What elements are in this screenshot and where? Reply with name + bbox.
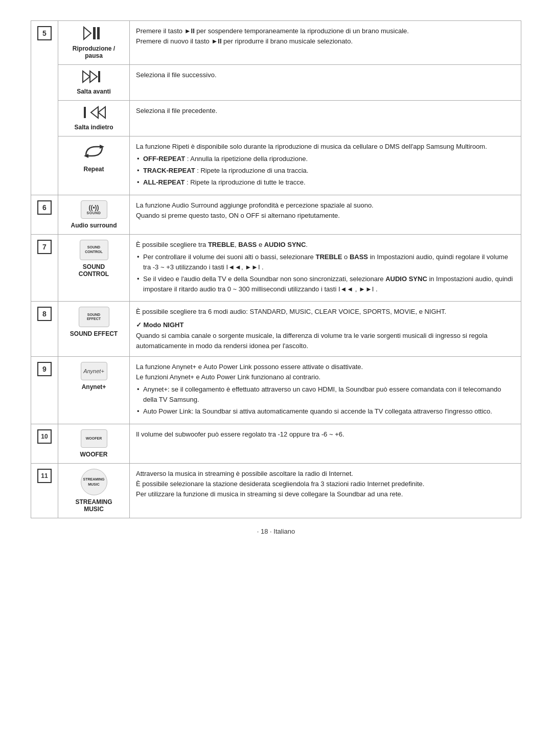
svg-marker-7 xyxy=(98,107,105,118)
play-pause-icon xyxy=(82,26,106,40)
footer: · 18 · Italiano xyxy=(31,528,521,535)
icon-cell-audio-surround: ((•)) SOUND Audio surround xyxy=(58,195,130,234)
audio-surround-label: Audio surround xyxy=(64,222,123,229)
svg-rect-5 xyxy=(98,71,100,82)
row-number-8: 8 xyxy=(31,302,58,357)
sound-effect-label: SOUND EFFECT xyxy=(64,330,123,337)
table-row: Salta avanti Seleziona il file successiv… xyxy=(31,65,521,101)
desc-audio-surround: La funzione Audio Surround aggiunge prof… xyxy=(130,195,521,234)
audio-surround-button: ((•)) SOUND xyxy=(81,200,107,219)
play-pause-label: Riproduzione /pausa xyxy=(64,45,123,59)
row-number-11: 11 xyxy=(31,463,58,518)
anynet-button: Anynet+ xyxy=(81,362,107,380)
desc-anynet: La funzione Anynet+ e Auto Power Link po… xyxy=(130,356,521,424)
icon-cell-skip-back: Salta indietro xyxy=(58,101,130,136)
svg-rect-2 xyxy=(97,27,100,39)
row-number-7: 7 xyxy=(31,234,58,302)
svg-marker-4 xyxy=(90,71,97,82)
table-row: 6 ((•)) SOUND Audio surround La funzione… xyxy=(31,195,521,234)
streaming-button: STREAMINGMUSIC xyxy=(81,469,107,495)
main-table: 5 Riproduzione /pausa Premere il tasto ►… xyxy=(31,20,521,518)
desc-play-pause: Premere il tasto ►II per sospendere temp… xyxy=(130,21,521,65)
repeat-label: Repeat xyxy=(64,166,123,173)
icon-cell-repeat: Repeat xyxy=(58,136,130,195)
table-row: 5 Riproduzione /pausa Premere il tasto ►… xyxy=(31,21,521,65)
desc-streaming: Attraverso la musica in streaming è poss… xyxy=(130,463,521,518)
svg-rect-1 xyxy=(93,27,96,39)
icon-cell-woofer: WOOFER WOOFER xyxy=(58,424,130,463)
skip-back-icon xyxy=(82,106,106,119)
skip-back-label: Salta indietro xyxy=(64,124,123,131)
woofer-label: WOOFER xyxy=(64,451,123,458)
desc-skip-back: Seleziona il file precedente. xyxy=(130,101,521,136)
icon-cell-play-pause: Riproduzione /pausa xyxy=(58,21,130,65)
desc-woofer: Il volume del subwoofer può essere regol… xyxy=(130,424,521,463)
woofer-button: WOOFER xyxy=(81,429,107,448)
row-number-5: 5 xyxy=(31,21,58,195)
icon-cell-sound-effect: SOUND EFFECT SOUND EFFECT xyxy=(58,302,130,357)
table-row: 8 SOUND EFFECT SOUND EFFECT È possibile … xyxy=(31,302,521,357)
table-row: 7 SOUND CONTROL SOUNDCONTROL È possibile… xyxy=(31,234,521,302)
svg-marker-0 xyxy=(84,27,91,39)
sound-control-button: SOUND CONTROL xyxy=(80,240,108,260)
svg-rect-6 xyxy=(84,107,86,118)
icon-cell-sound-control: SOUND CONTROL SOUNDCONTROL xyxy=(58,234,130,302)
streaming-label: STREAMINGMUSIC xyxy=(64,498,123,513)
table-row: Salta indietro Seleziona il file precede… xyxy=(31,101,521,136)
row-number-6: 6 xyxy=(31,195,58,234)
icon-cell-skip-forward: Salta avanti xyxy=(58,65,130,101)
repeat-icon xyxy=(82,142,106,161)
anynet-label: Anynet+ xyxy=(64,383,123,391)
skip-forward-icon xyxy=(82,70,106,83)
table-row: 11 STREAMINGMUSIC STREAMINGMUSIC Attrave… xyxy=(31,463,521,518)
table-row: 9 Anynet+ Anynet+ La funzione Anynet+ e … xyxy=(31,356,521,424)
icon-cell-anynet: Anynet+ Anynet+ xyxy=(58,356,130,424)
table-row: 10 WOOFER WOOFER Il volume del subwoofer… xyxy=(31,424,521,463)
sound-control-label: SOUNDCONTROL xyxy=(64,263,123,278)
table-row: Repeat La funzione Ripeti è disponibile … xyxy=(31,136,521,195)
svg-marker-8 xyxy=(91,107,98,118)
row-number-10: 10 xyxy=(31,424,58,463)
row-number-9: 9 xyxy=(31,356,58,424)
skip-forward-label: Salta avanti xyxy=(64,88,123,95)
icon-cell-streaming: STREAMINGMUSIC STREAMINGMUSIC xyxy=(58,463,130,518)
desc-sound-control: È possibile scegliere tra TREBLE, BASS e… xyxy=(130,234,521,302)
desc-sound-effect: È possibile scegliere tra 6 modi audio: … xyxy=(130,302,521,357)
night-mode-label: ✓ Modo NIGHT xyxy=(136,321,183,329)
sound-effect-button: SOUND EFFECT xyxy=(79,307,109,327)
desc-skip-forward: Seleziona il file successivo. xyxy=(130,65,521,101)
svg-marker-3 xyxy=(83,71,90,82)
desc-repeat: La funzione Ripeti è disponibile solo du… xyxy=(130,136,521,195)
